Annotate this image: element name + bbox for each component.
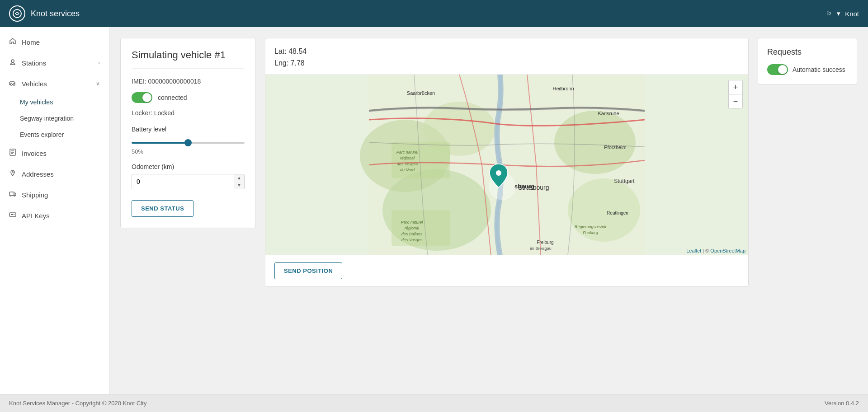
sidebar-item-vehicles-label: Vehicles <box>22 80 90 88</box>
sidebar-item-stations-label: Stations <box>22 59 93 67</box>
sidebar-subitem-events-label: Events explorer <box>20 131 64 138</box>
sidebar-subitem-segway-label: Segway integration <box>20 115 74 122</box>
odometer-label: Odometer (km) <box>132 163 245 170</box>
map-zoom-out-button[interactable]: − <box>729 94 742 108</box>
svg-point-2 <box>10 84 12 85</box>
connected-toggle[interactable] <box>132 92 152 103</box>
send-status-button[interactable]: SEND STATUS <box>132 200 193 217</box>
send-position-button[interactable]: SEND POSITION <box>274 262 342 279</box>
lng-text: Lng: 7.78 <box>274 57 739 69</box>
map-card: Lat: 48.54 Lng: 7.78 <box>265 38 749 287</box>
stations-icon <box>9 58 16 67</box>
attribution-separator: | © <box>703 248 710 253</box>
odometer-spin: ▲ ▼ <box>234 174 244 189</box>
odometer-up-btn[interactable]: ▲ <box>234 174 244 182</box>
locker-text: Locker: Locked <box>132 109 245 117</box>
sidebar-item-api-keys-label: API Keys <box>22 212 100 220</box>
auto-success-toggle[interactable] <box>767 64 788 75</box>
header-chevron: ▾ <box>837 9 840 18</box>
svg-point-18 <box>568 178 640 242</box>
requests-title: Requests <box>767 47 848 57</box>
header: Knot services 🏳 ▾ Knot <box>0 0 868 27</box>
footer-version: Version 0.4.2 <box>825 400 859 407</box>
svg-rect-6 <box>9 192 14 196</box>
map-svg: Parc naturel régional des Vosges du Nord… <box>265 75 748 255</box>
sidebar: Home Stations › Vehicles ∨ <box>0 27 109 394</box>
sidebar-item-addresses-label: Addresses <box>22 170 100 178</box>
svg-rect-11 <box>12 214 13 215</box>
svg-text:Parc naturel: Parc naturel <box>401 220 424 225</box>
svg-text:Heilbronn: Heilbronn <box>552 86 574 91</box>
svg-text:Freiburg: Freiburg <box>583 230 598 235</box>
sidebar-subitem-my-vehicles-label: My vehicles <box>20 98 53 106</box>
map-coords: Lat: 48.54 Lng: 7.78 <box>265 38 748 75</box>
svg-text:régional: régional <box>400 156 415 160</box>
svg-rect-10 <box>11 214 12 215</box>
header-left: Knot services <box>9 5 80 22</box>
lat-text: Lat: 48.54 <box>274 46 739 57</box>
vehicles-icon <box>9 79 16 88</box>
svg-text:Régierungsbezirk: Régierungsbezirk <box>575 225 607 229</box>
sidebar-item-home-label: Home <box>22 38 100 46</box>
footer: Knot Services Manager - Copyright © 2020… <box>0 394 868 412</box>
stations-chevron: › <box>98 60 100 66</box>
connected-label: connected <box>158 94 187 101</box>
sidebar-item-stations[interactable]: Stations › <box>0 52 109 73</box>
svg-text:Parc naturel: Parc naturel <box>396 150 419 154</box>
logo-icon <box>9 5 25 22</box>
svg-text:Reutlingen: Reutlingen <box>607 211 628 215</box>
battery-label: Battery level <box>132 126 245 133</box>
svg-text:des Vosges: des Vosges <box>401 238 423 242</box>
content-area: Simulating vehicle #1 IMEI: 000000000000… <box>109 27 868 394</box>
sidebar-item-vehicles[interactable]: Vehicles ∨ <box>0 73 109 94</box>
flag-icon: 🏳 <box>826 10 832 18</box>
sidebar-item-invoices-label: Invoices <box>22 150 100 157</box>
svg-text:Stuttgart: Stuttgart <box>614 178 635 184</box>
vehicles-chevron: ∨ <box>96 80 100 87</box>
sidebar-item-invoices[interactable]: Invoices <box>0 143 109 164</box>
map-controls: + − <box>728 80 743 108</box>
sidebar-item-api-keys[interactable]: API Keys <box>0 205 109 226</box>
svg-point-5 <box>12 172 14 173</box>
main-layout: Home Stations › Vehicles ∨ <box>0 27 868 394</box>
svg-point-8 <box>14 196 15 197</box>
leaflet-link[interactable]: Leaflet <box>686 248 701 253</box>
sidebar-subitem-events[interactable]: Events explorer <box>0 126 109 143</box>
svg-text:des Ballons: des Ballons <box>401 232 423 236</box>
connected-row: connected <box>132 92 245 103</box>
svg-text:du Nord: du Nord <box>400 168 415 172</box>
odometer-input-wrap: ▲ ▼ <box>132 174 245 189</box>
sidebar-item-home[interactable]: Home <box>0 32 109 52</box>
sidebar-item-shipping[interactable]: Shipping <box>0 184 109 205</box>
osm-link[interactable]: OpenStreetMap <box>710 248 745 253</box>
svg-point-1 <box>11 60 14 62</box>
svg-text:régional: régional <box>405 226 420 230</box>
svg-text:im Breisgau: im Breisgau <box>530 246 552 251</box>
api-keys-icon <box>9 211 16 220</box>
battery-slider-container <box>132 137 245 145</box>
svg-point-0 <box>13 9 21 18</box>
sidebar-subitem-segway[interactable]: Segway integration <box>0 110 109 126</box>
simulate-title: Simulating vehicle #1 <box>132 49 245 69</box>
auto-success-row: Automatic success <box>767 64 848 75</box>
svg-text:Karlsruhe: Karlsruhe <box>598 111 619 116</box>
sidebar-item-addresses[interactable]: Addresses <box>0 164 109 184</box>
sidebar-subitem-my-vehicles[interactable]: My vehicles <box>0 94 109 110</box>
sidebar-item-shipping-label: Shipping <box>22 191 100 199</box>
auto-success-toggle-knob <box>778 65 787 74</box>
addresses-icon <box>9 169 16 178</box>
odometer-input[interactable] <box>132 175 234 188</box>
map-container[interactable]: Parc naturel régional des Vosges du Nord… <box>265 75 748 255</box>
svg-point-42 <box>496 170 501 176</box>
map-zoom-in-button[interactable]: + <box>729 80 742 94</box>
shipping-icon <box>9 190 16 199</box>
odometer-down-btn[interactable]: ▼ <box>234 182 244 189</box>
svg-text:sbourg: sbourg <box>514 183 534 190</box>
invoices-icon <box>9 149 16 158</box>
footer-copyright: Knot Services Manager - Copyright © 2020… <box>9 400 146 407</box>
svg-point-7 <box>10 196 11 197</box>
map-attribution: Leaflet | © OpenStreetMap <box>686 248 745 253</box>
header-right[interactable]: 🏳 ▾ Knot <box>826 9 859 18</box>
header-username: Knot <box>845 10 859 18</box>
battery-slider[interactable] <box>132 142 245 144</box>
